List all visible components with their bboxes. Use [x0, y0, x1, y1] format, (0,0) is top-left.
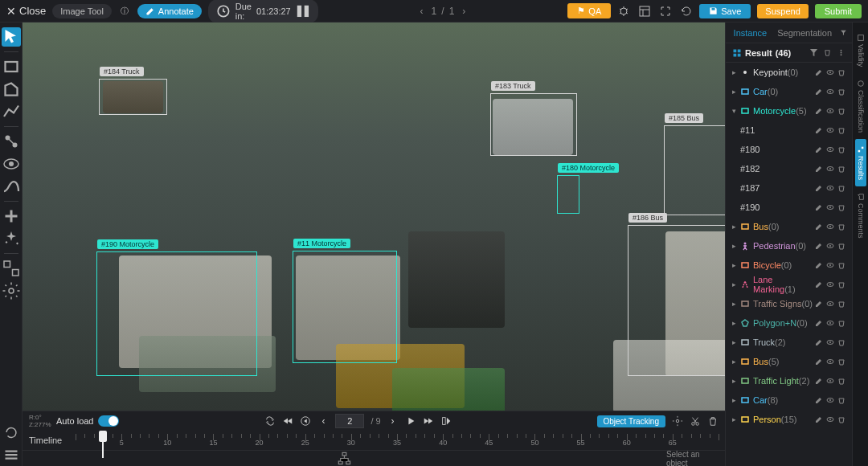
pause-icon[interactable]	[296, 4, 310, 18]
tree-category[interactable]: ▸Bus(5)	[726, 352, 852, 371]
fastforward-icon[interactable]	[423, 415, 434, 427]
tree-edit-icon[interactable]	[815, 223, 823, 231]
autoload-toggle[interactable]	[98, 415, 119, 427]
tree-edit-icon[interactable]	[815, 242, 823, 250]
tree-instance[interactable]: #11	[726, 121, 852, 140]
tree-trash-icon[interactable]	[837, 280, 845, 288]
play-icon[interactable]	[405, 415, 416, 427]
tree-category[interactable]: ▸Lane Marking(1)	[726, 275, 852, 294]
rect-tool[interactable]	[2, 57, 21, 76]
tree-edit-icon[interactable]	[815, 68, 823, 76]
rail-classification[interactable]: Classification	[857, 73, 865, 139]
tree-trash-icon[interactable]	[837, 338, 845, 346]
tree-trash-icon[interactable]	[837, 223, 845, 231]
tree-edit-icon[interactable]	[815, 300, 823, 308]
tree-trash-icon[interactable]	[837, 145, 845, 153]
tree-edit-icon[interactable]	[815, 203, 823, 211]
result-filter-icon[interactable]	[809, 48, 818, 57]
keypoint-tool[interactable]	[2, 132, 21, 151]
next-frame-icon[interactable]: ›	[387, 415, 399, 427]
rotation-info[interactable]	[2, 423, 21, 442]
save-button[interactable]: Save	[699, 4, 751, 18]
tree-edit-icon[interactable]	[815, 107, 823, 115]
tree-trash-icon[interactable]	[837, 184, 845, 192]
tree-trash-icon[interactable]	[837, 396, 845, 404]
track-delete-icon[interactable]	[707, 415, 719, 427]
tree-category[interactable]: ▸Car(0)	[726, 82, 852, 101]
result-delete-icon[interactable]	[823, 48, 832, 57]
tree-eye-icon[interactable]	[826, 88, 834, 96]
group-tool[interactable]	[2, 259, 21, 278]
tree-eye-icon[interactable]	[826, 280, 834, 288]
tree-trash-icon[interactable]	[837, 88, 845, 96]
prev-frame-icon[interactable]: ‹	[317, 415, 329, 427]
tree-category[interactable]: ▸Truck(2)	[726, 333, 852, 352]
layout-icon[interactable]	[638, 5, 651, 18]
timeline-select[interactable]: Select an object	[666, 450, 719, 467]
tree-edit-icon[interactable]	[815, 280, 823, 288]
polygon-tool[interactable]	[2, 80, 21, 99]
rail-results[interactable]: Results	[855, 139, 866, 186]
tree-eye-icon[interactable]	[826, 165, 834, 173]
rail-comments[interactable]: Comments	[857, 186, 865, 245]
canvas[interactable]: #184 Truck#183 Truck#185 Bus#180 Motorcy…	[23, 22, 725, 411]
tree-eye-icon[interactable]	[826, 223, 834, 231]
annotate-button[interactable]: Annotate	[137, 4, 202, 18]
tree-category[interactable]: ▸Bus(0)	[726, 217, 852, 236]
suspend-button[interactable]: Suspend	[757, 4, 808, 18]
tree-instance[interactable]: #187	[726, 178, 852, 198]
tree-category[interactable]: ▸Keypoint(0)	[726, 63, 852, 82]
tree-eye-icon[interactable]	[826, 242, 834, 250]
tree-trash-icon[interactable]	[837, 358, 845, 366]
rewind-icon[interactable]	[282, 415, 293, 427]
tree-trash-icon[interactable]	[837, 68, 845, 76]
tree-category[interactable]: ▸Bicycle(0)	[726, 255, 852, 275]
tree-instance[interactable]: #180	[726, 140, 852, 159]
tree-edit-icon[interactable]	[815, 145, 823, 153]
tool-pill[interactable]: Image Tool	[52, 4, 112, 18]
tab-instance[interactable]: Instance	[731, 28, 767, 38]
tree-trash-icon[interactable]	[837, 261, 845, 269]
tree-edit-icon[interactable]	[815, 319, 823, 327]
loop-icon[interactable]	[264, 415, 276, 427]
tree-category[interactable]: ▾Motorcycle(5)	[726, 101, 852, 121]
tree-trash-icon[interactable]	[837, 242, 845, 250]
step-back-icon[interactable]	[300, 415, 311, 427]
tree-eye-icon[interactable]	[826, 145, 834, 153]
tree-eye-icon[interactable]	[826, 126, 834, 134]
refresh-icon[interactable]	[680, 5, 693, 18]
tree-eye-icon[interactable]	[826, 415, 834, 423]
track-cut-icon[interactable]	[690, 415, 701, 427]
tree-edit-icon[interactable]	[815, 261, 823, 269]
magic-tool[interactable]	[2, 229, 21, 248]
tree-eye-icon[interactable]	[826, 261, 834, 269]
tree-category[interactable]: ▸Traffic Light(2)	[726, 371, 852, 390]
object-tracking-button[interactable]: Object Tracking	[597, 415, 665, 427]
pager-next[interactable]: ›	[459, 6, 469, 17]
tree-trash-icon[interactable]	[837, 300, 845, 308]
tree-edit-icon[interactable]	[815, 165, 823, 173]
tree-edit-icon[interactable]	[815, 377, 823, 385]
timeline-ruler[interactable]: 5101520253035404550556065	[76, 431, 719, 450]
tree-eye-icon[interactable]	[826, 358, 834, 366]
tree-eye-icon[interactable]	[826, 203, 834, 211]
result-tree[interactable]: ▸Keypoint(0)▸Car(0)▾Motorcycle(5)#11#180…	[726, 63, 852, 466]
tree-trash-icon[interactable]	[837, 415, 845, 423]
tree-trash-icon[interactable]	[837, 319, 845, 327]
panel-filter-icon[interactable]	[840, 27, 847, 39]
info-icon[interactable]: ⓘ	[118, 5, 131, 18]
tree-edit-icon[interactable]	[815, 415, 823, 423]
tree-eye-icon[interactable]	[826, 319, 834, 327]
add-tool[interactable]	[2, 206, 21, 226]
track-gear-icon[interactable]	[672, 415, 683, 427]
pager-prev[interactable]: ‹	[417, 6, 427, 17]
step-fwd-icon[interactable]	[440, 415, 452, 427]
tree-edit-icon[interactable]	[815, 184, 823, 192]
tree-eye-icon[interactable]	[826, 396, 834, 404]
tree-eye-icon[interactable]	[826, 300, 834, 308]
tree-category[interactable]: ▸Polygon+N(0)	[726, 313, 852, 333]
tree-eye-icon[interactable]	[826, 377, 834, 385]
tree-eye-icon[interactable]	[826, 68, 834, 76]
visibility-tool[interactable]	[2, 154, 21, 174]
timeline-playhead[interactable]	[99, 431, 107, 442]
